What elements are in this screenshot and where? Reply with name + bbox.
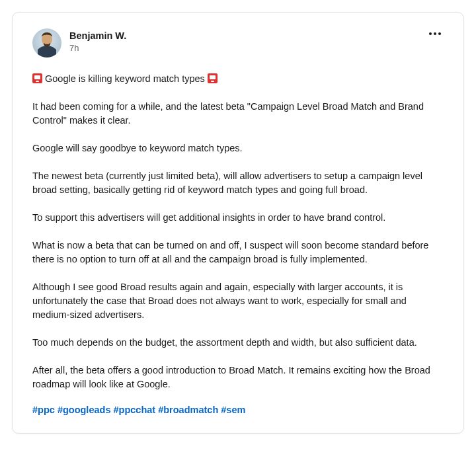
post-header: Benjamin W. 7h bbox=[32, 28, 444, 58]
alarm-emoji-icon bbox=[208, 73, 218, 83]
post-paragraph: The newest beta (currently just limited … bbox=[32, 169, 444, 197]
alarm-emoji-icon bbox=[32, 73, 42, 83]
avatar[interactable] bbox=[32, 28, 61, 58]
post-body: Google is killing keyword match types It… bbox=[32, 72, 444, 417]
avatar-image-icon bbox=[32, 28, 61, 58]
author-info: Benjamin W. 7h bbox=[69, 28, 426, 53]
post-paragraph: To support this advertisers will get add… bbox=[32, 211, 444, 225]
post-paragraph: Google will say goodbye to keyword match… bbox=[32, 141, 444, 155]
hashtag-link[interactable]: #ppcchat bbox=[113, 405, 155, 415]
hashtags: #ppc #googleads #ppcchat #broadmatch #se… bbox=[32, 403, 444, 417]
post-paragraph: Although I see good Broad results again … bbox=[32, 280, 444, 322]
hashtag-link[interactable]: #ppc bbox=[32, 405, 55, 415]
author-name[interactable]: Benjamin W. bbox=[69, 30, 426, 42]
svg-point-1 bbox=[42, 34, 52, 46]
more-options-button[interactable] bbox=[426, 30, 444, 38]
post-paragraph: After all, the beta offers a good introd… bbox=[32, 364, 444, 391]
post-card: Benjamin W. 7h Google is killing keyword… bbox=[12, 12, 464, 434]
post-timestamp: 7h bbox=[69, 43, 426, 53]
post-paragraph: Too much depends on the budget, the asso… bbox=[32, 336, 444, 350]
hashtag-link[interactable]: #sem bbox=[221, 405, 245, 415]
headline-text: Google is killing keyword match types bbox=[42, 73, 208, 84]
post-paragraph: It had been coming for a while, and the … bbox=[32, 100, 444, 128]
post-headline: Google is killing keyword match types bbox=[32, 72, 444, 86]
ellipsis-icon bbox=[429, 32, 432, 35]
post-paragraph: What is now a beta that can be turned on… bbox=[32, 239, 444, 266]
hashtag-link[interactable]: #googleads bbox=[58, 405, 111, 415]
hashtag-link[interactable]: #broadmatch bbox=[158, 405, 218, 415]
